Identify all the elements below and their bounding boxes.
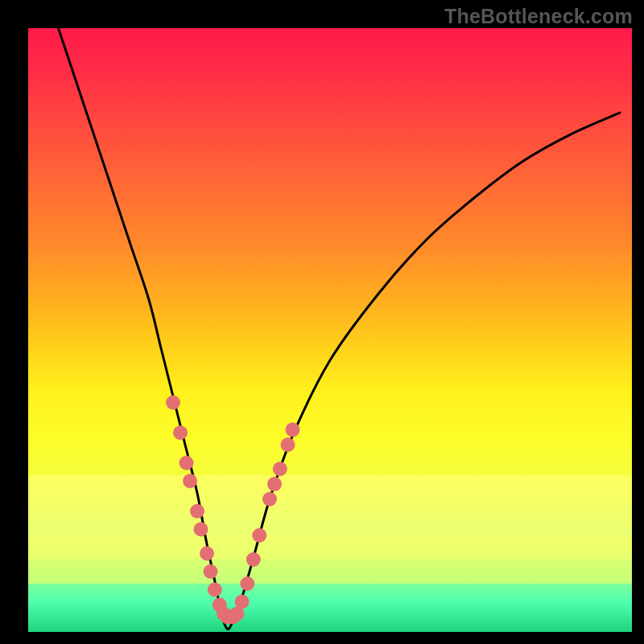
highlight-dot (240, 576, 254, 591)
highlight-dot (183, 474, 197, 489)
highlight-dot (281, 438, 295, 452)
highlight-dot (267, 477, 282, 491)
highlight-dot (166, 395, 180, 410)
chart-svg (28, 28, 632, 632)
highlight-dot (262, 492, 277, 506)
chart-frame: TheBottleneck.com (0, 0, 644, 644)
highlight-dot (273, 462, 287, 477)
highlight-dot (180, 456, 194, 470)
highlight-dot (190, 504, 204, 518)
highlight-dot (200, 547, 214, 561)
highlight-dot (194, 522, 208, 537)
highlight-dot (235, 595, 250, 609)
highlight-dot (208, 583, 222, 597)
bottleneck-curve (59, 28, 621, 629)
highlight-dot (252, 528, 266, 543)
highlight-dot (173, 426, 188, 440)
highlight-dot (246, 552, 261, 567)
plot-area (28, 28, 632, 632)
highlight-dot (286, 423, 300, 437)
watermark-text: TheBottleneck.com (444, 5, 633, 28)
highlight-dots (166, 395, 300, 624)
highlight-dot (204, 564, 218, 579)
